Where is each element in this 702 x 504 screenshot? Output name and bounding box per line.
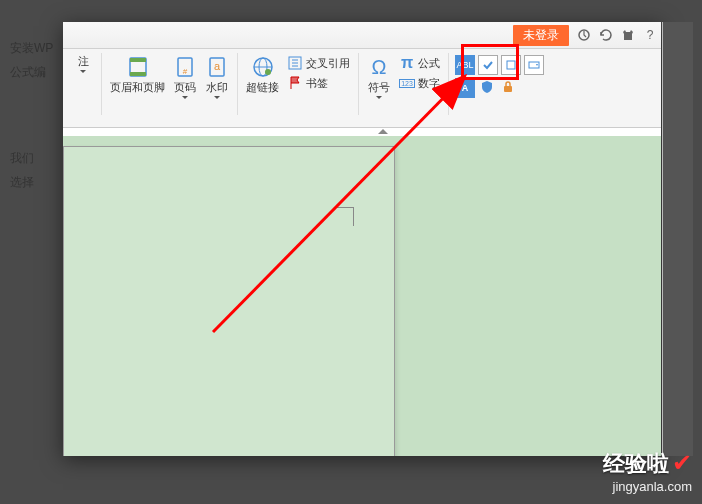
svg-rect-4 <box>130 72 146 76</box>
svg-text:?: ? <box>647 28 654 42</box>
watermark-icon: a <box>205 55 229 79</box>
watermark-text: 经验啦 <box>603 451 669 476</box>
a-button[interactable]: A <box>455 78 475 98</box>
formula-button[interactable]: π 公式 <box>395 53 444 73</box>
hyperlink-label: 超链接 <box>246 81 279 94</box>
svg-text:#: # <box>183 67 188 76</box>
bg-text: 公式编 <box>10 64 46 81</box>
frame-button[interactable] <box>501 55 521 75</box>
svg-rect-16 <box>504 86 512 92</box>
chevron-down-icon <box>376 96 382 99</box>
header-footer-icon <box>126 55 150 79</box>
formula-label: 公式 <box>418 56 440 71</box>
app-window: 未登录 ? 注 <box>63 22 661 456</box>
watermark-url: jingyanla.com <box>603 479 692 494</box>
group-header: 页眉和页脚 # 页码 a 水印 <box>102 53 238 115</box>
sync-icon[interactable] <box>577 28 591 42</box>
group-links: 超链接 交叉引用 书签 <box>238 53 359 115</box>
bg-text: 选择 <box>10 174 34 191</box>
svg-rect-3 <box>130 58 146 62</box>
number-icon: 123 <box>399 75 415 91</box>
shield-icon[interactable] <box>478 78 496 96</box>
number-label: 数字 <box>418 76 440 91</box>
svg-rect-14 <box>507 61 515 69</box>
group-note: 注 <box>65 53 102 115</box>
bookmark-label: 书签 <box>306 76 328 91</box>
site-watermark: 经验啦 ✔ jingyanla.com <box>603 449 692 494</box>
page-number-button[interactable]: # 页码 <box>169 53 201 117</box>
checkmark-icon: ✔ <box>672 449 692 476</box>
watermark-label: 水印 <box>206 81 228 94</box>
omega-icon: Ω <box>367 55 391 79</box>
lock-icon[interactable] <box>499 78 517 96</box>
misc-icon-grid: ABL A <box>453 53 557 100</box>
note-label: 注 <box>78 55 89 68</box>
login-button[interactable]: 未登录 <box>513 25 569 46</box>
group-symbol: Ω 符号 π 公式 123 数字 <box>359 53 449 115</box>
chevron-down-icon <box>80 70 86 73</box>
dropdown-button[interactable] <box>524 55 544 75</box>
cross-ref-label: 交叉引用 <box>306 56 350 71</box>
number-button[interactable]: 123 数字 <box>395 73 444 93</box>
abl-button[interactable]: ABL <box>455 55 475 75</box>
symbol-stack: π 公式 123 数字 <box>395 53 444 93</box>
flag-icon <box>287 75 303 91</box>
pi-icon: π <box>399 55 415 71</box>
page-number-label: 页码 <box>174 81 196 94</box>
cross-reference-button[interactable]: 交叉引用 <box>283 53 354 73</box>
document-viewport[interactable] <box>63 136 661 456</box>
title-icon-group: ? <box>577 28 657 42</box>
link-stack: 交叉引用 书签 <box>283 53 354 93</box>
chevron-down-icon <box>182 96 188 99</box>
page-number-icon: # <box>173 55 197 79</box>
help-icon[interactable]: ? <box>643 28 657 42</box>
hyperlink-button[interactable]: 超链接 <box>242 53 283 117</box>
symbol-label: 符号 <box>368 81 390 94</box>
header-footer-button[interactable]: 页眉和页脚 <box>106 53 169 117</box>
history-icon[interactable] <box>599 28 613 42</box>
symbol-button[interactable]: Ω 符号 <box>363 53 395 117</box>
skin-icon[interactable] <box>621 28 635 42</box>
svg-text:a: a <box>214 60 221 72</box>
note-button[interactable]: 注 <box>69 53 97 117</box>
globe-icon <box>251 55 275 79</box>
bg-text: 我们 <box>10 150 34 167</box>
svg-point-12 <box>265 69 271 75</box>
bg-text: 安装WP <box>10 40 53 57</box>
group-misc: ABL A <box>449 53 561 115</box>
header-footer-label: 页眉和页脚 <box>110 81 165 94</box>
watermark-button[interactable]: a 水印 <box>201 53 233 117</box>
cross-ref-icon <box>287 55 303 71</box>
margin-corner-icon <box>335 207 354 226</box>
chevron-down-icon <box>214 96 220 99</box>
checkbox-button[interactable] <box>478 55 498 75</box>
document-page[interactable] <box>63 146 395 456</box>
bookmark-button[interactable]: 书签 <box>283 73 354 93</box>
title-bar: 未登录 ? <box>63 22 661 49</box>
background-panel <box>662 22 693 456</box>
ribbon-toolbar: 注 页眉和页脚 # 页码 a 水印 <box>63 49 661 128</box>
